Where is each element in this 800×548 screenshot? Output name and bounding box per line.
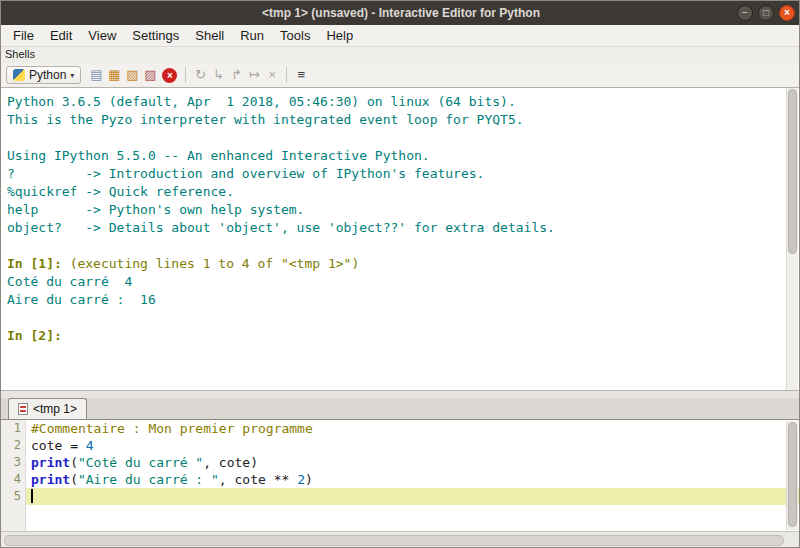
menu-view[interactable]: View bbox=[80, 26, 124, 45]
close-button[interactable]: × bbox=[779, 5, 795, 21]
code-text[interactable]: cote = 4 bbox=[26, 437, 800, 454]
menu-settings[interactable]: Settings bbox=[124, 26, 187, 45]
text-cursor bbox=[31, 489, 33, 503]
shell-toolbar: Python ▾ ▤▦▧▨×↻↳↱↦×≡ bbox=[1, 63, 800, 87]
shell-editor-splitter[interactable] bbox=[1, 391, 800, 398]
line-number: 5 bbox=[1, 488, 26, 505]
window-title: <tmp 1> (unsaved) - Interactive Editor f… bbox=[1, 1, 800, 25]
window-controls: −□× bbox=[737, 5, 795, 21]
close-shell-icon[interactable]: × bbox=[162, 68, 177, 83]
menu-help[interactable]: Help bbox=[318, 26, 361, 45]
maximize-button[interactable]: □ bbox=[758, 5, 774, 21]
restart-shell-icon[interactable]: ▧ bbox=[123, 66, 141, 84]
window-titlebar: <tmp 1> (unsaved) - Interactive Editor f… bbox=[1, 1, 800, 25]
tab-file-modified-icon bbox=[18, 403, 28, 415]
editor-tabbar: <tmp 1> bbox=[1, 398, 800, 420]
python-logo-icon bbox=[13, 69, 25, 81]
editor-hscrollbar[interactable] bbox=[1, 531, 800, 548]
shell-line: object? -> Details about 'object', use '… bbox=[7, 219, 795, 237]
debug-stop-icon[interactable]: × bbox=[263, 66, 281, 84]
line-number: 3 bbox=[1, 454, 26, 471]
shell-scrollbar-thumb[interactable] bbox=[788, 89, 797, 254]
shell-line: ? -> Introduction and overview of IPytho… bbox=[7, 165, 795, 183]
code-text[interactable]: #Commentaire : Mon premier programme bbox=[26, 420, 800, 437]
debug-step-over-icon[interactable]: ↦ bbox=[245, 66, 263, 84]
code-text[interactable] bbox=[26, 488, 800, 505]
code-text[interactable]: print("Coté du carré ", cote) bbox=[26, 454, 800, 471]
shell-line bbox=[7, 129, 795, 147]
shell-line: Coté du carré 4 bbox=[7, 273, 795, 291]
debug-step-into-icon[interactable]: ↳ bbox=[209, 66, 227, 84]
python-shell-dropdown[interactable]: Python ▾ bbox=[6, 66, 81, 84]
editor-scrollbar-thumb[interactable] bbox=[788, 422, 797, 527]
shell-output[interactable]: Python 3.6.5 (default, Apr 1 2018, 05:46… bbox=[1, 87, 800, 391]
editor-line: 1#Commentaire : Mon premier programme bbox=[1, 420, 800, 437]
shell-scrollbar[interactable] bbox=[786, 88, 798, 390]
menu-edit[interactable]: Edit bbox=[42, 26, 80, 45]
editor-line: 2cote = 4 bbox=[1, 437, 800, 454]
toolbar-separator bbox=[185, 67, 186, 83]
menu-bar: FileEditViewSettingsShellRunToolsHelp bbox=[1, 25, 800, 47]
menu-run[interactable]: Run bbox=[232, 26, 272, 45]
editor-line: 5 bbox=[1, 488, 800, 505]
shell-line: Aire du carré : 16 bbox=[7, 291, 795, 309]
python-shell-label: Python bbox=[29, 68, 66, 82]
dock-title-shells: Shells bbox=[1, 47, 800, 63]
editor-lines[interactable]: 1#Commentaire : Mon premier programme2co… bbox=[1, 420, 800, 531]
debug-resume-icon[interactable]: ↻ bbox=[191, 66, 209, 84]
shell-line: Using IPython 5.5.0 -- An enhanced Inter… bbox=[7, 147, 795, 165]
new-shell-icon[interactable]: ▦ bbox=[105, 66, 123, 84]
code-text[interactable]: print("Aire du carré : ", cote ** 2) bbox=[26, 471, 800, 488]
shell-config-icon[interactable]: ▤ bbox=[87, 66, 105, 84]
tab-label: <tmp 1> bbox=[33, 402, 77, 416]
toolbar-separator bbox=[286, 67, 287, 83]
editor-line: 4print("Aire du carré : ", cote ** 2) bbox=[1, 471, 800, 488]
menu-shell[interactable]: Shell bbox=[187, 26, 232, 45]
line-number: 1 bbox=[1, 420, 26, 437]
chevron-down-icon: ▾ bbox=[70, 71, 74, 80]
shell-line: help -> Python's own help system. bbox=[7, 201, 795, 219]
minimize-button[interactable]: − bbox=[737, 5, 753, 21]
shell-line: In [2]: bbox=[7, 327, 795, 345]
line-number: 4 bbox=[1, 471, 26, 488]
menu-tools[interactable]: Tools bbox=[272, 26, 318, 45]
line-number: 2 bbox=[1, 437, 26, 454]
shell-line: In [1]: (executing lines 1 to 4 of "<tmp… bbox=[7, 255, 795, 273]
editor-scrollbar[interactable] bbox=[786, 421, 798, 530]
shell-line: %quickref -> Quick reference. bbox=[7, 183, 795, 201]
menu-file[interactable]: File bbox=[5, 26, 42, 45]
shell-line bbox=[7, 237, 795, 255]
shell-line: Python 3.6.5 (default, Apr 1 2018, 05:46… bbox=[7, 93, 795, 111]
terminate-shell-icon[interactable]: ▨ bbox=[141, 66, 159, 84]
toolbar-icons: ▤▦▧▨×↻↳↱↦×≡ bbox=[87, 66, 310, 84]
editor-hscrollbar-thumb[interactable] bbox=[4, 535, 784, 546]
tab-tmp1[interactable]: <tmp 1> bbox=[8, 398, 87, 419]
shell-menu-icon[interactable]: ≡ bbox=[292, 66, 310, 84]
editor-line: 3print("Coté du carré ", cote) bbox=[1, 454, 800, 471]
shell-line bbox=[7, 309, 795, 327]
shell-line: This is the Pyzo interpreter with integr… bbox=[7, 111, 795, 129]
debug-step-return-icon[interactable]: ↱ bbox=[227, 66, 245, 84]
